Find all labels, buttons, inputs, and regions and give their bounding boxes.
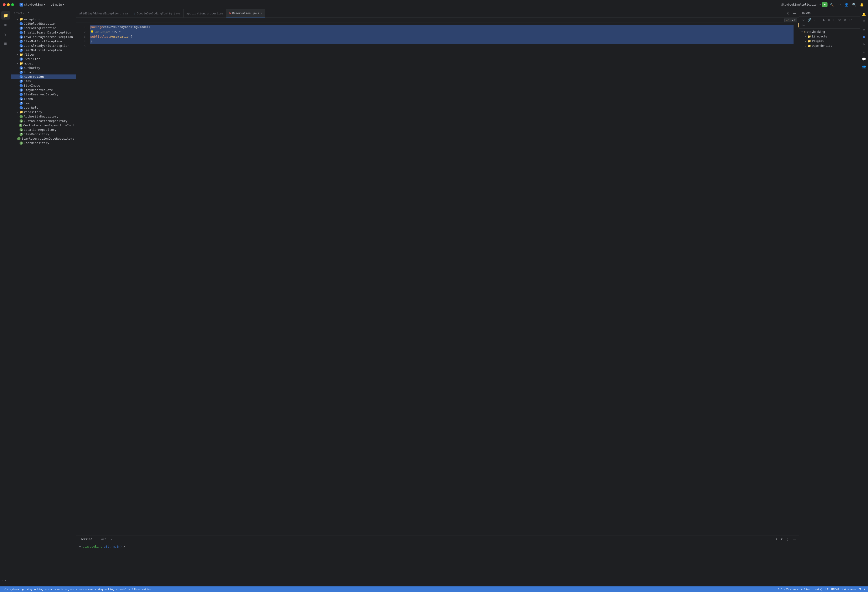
terminal-content[interactable]: + staybooking git:(main) ✕	[76, 543, 799, 586]
tree-interface-stayrepo[interactable]: I StayRepository	[11, 132, 76, 136]
terminal-dropdown-button[interactable]: ▾	[779, 537, 784, 542]
maven-item-lifecycle[interactable]: ▸ 📁 Lifecycle	[799, 34, 860, 39]
maven-undo-button[interactable]: ↩	[848, 18, 853, 22]
interface-icon: I	[19, 115, 23, 118]
activity-git[interactable]: ⊕	[1, 21, 10, 29]
right-icon-db[interactable]: 🗄	[861, 19, 867, 25]
warning-nav2[interactable]: ∨	[794, 19, 796, 22]
tree-class-gcsupload[interactable]: C GCSUploadException	[11, 21, 76, 26]
tree-folder-filter[interactable]: ▾ 📁 filter	[11, 52, 76, 57]
tree-class-jwtfilter[interactable]: C JwtFilter	[11, 57, 76, 61]
maven-download-button[interactable]: ↓	[813, 18, 816, 22]
activity-database[interactable]: ⊞	[1, 39, 10, 47]
tree-class-stayreserveddatekey[interactable]: C StayReservedDateKey	[11, 92, 76, 97]
right-icon-chat[interactable]: 💬	[861, 56, 867, 62]
terminal-more-button[interactable]: ⋮	[785, 537, 791, 542]
run-button[interactable]: ▶	[822, 2, 828, 7]
status-lineending[interactable]: LF	[825, 588, 828, 591]
maven-item-staybooking[interactable]: ▾ m staybooking	[799, 30, 860, 34]
tree-class-staynotexist[interactable]: C StayNotExistException	[11, 39, 76, 44]
maven-refresh-button[interactable]: ↻	[801, 18, 806, 22]
right-icon-active[interactable]: ●	[861, 34, 867, 40]
editor-content[interactable]: package com.eve.staybooking.model; 💡 no …	[87, 23, 796, 535]
close-button[interactable]	[3, 3, 6, 6]
tree-folder-repository[interactable]: ▾ 📁 repository	[11, 110, 76, 114]
tree-folder-model[interactable]: ▾ 📁 model	[11, 61, 76, 66]
tree-class-location[interactable]: C Location	[11, 70, 76, 74]
maven-copy-button[interactable]: ⧉	[827, 18, 831, 22]
tree-class-reservation[interactable]: C Reservation	[11, 74, 76, 79]
activity-more[interactable]: ···	[1, 576, 10, 585]
terminal-close-button[interactable]: —	[791, 537, 797, 542]
sidebar-dropdown[interactable]: ▾	[28, 11, 30, 14]
activity-branch[interactable]: ⑂	[1, 30, 10, 38]
maven-close-button[interactable]: ✕	[843, 18, 847, 22]
maven-add-button[interactable]: +	[818, 18, 821, 22]
maven-link-button[interactable]: 🔗	[807, 18, 812, 22]
maven-settings-button[interactable]: ⚙	[837, 18, 842, 22]
bottom-tab-terminal[interactable]: Terminal	[78, 537, 96, 542]
terminal-add-button[interactable]: +	[774, 537, 779, 542]
tab-googlegeocoding[interactable]: ☕ GoogleGeoCodingConfig.java	[131, 9, 184, 18]
tree-class-geocoding[interactable]: C GeoCodingException	[11, 26, 76, 30]
right-icon-refresh[interactable]: ↻	[861, 26, 867, 32]
warning-hint[interactable]: ⚠ 1 ▾ ∧ ∨	[784, 18, 797, 22]
bottom-tab-local[interactable]: Local ✕	[97, 537, 115, 542]
tree-class-token[interactable]: C Token	[11, 97, 76, 101]
tab-split-button[interactable]: ⧉	[786, 11, 791, 16]
warning-dropdown[interactable]: ▾	[790, 19, 792, 22]
tree-interface-stayreservationdaterepo[interactable]: I StayReservationDateRepository	[11, 136, 76, 141]
tree-class-useralreadyexist[interactable]: C UserAlreadyExistException	[11, 44, 76, 48]
tree-class-stayimage[interactable]: C StayImage	[11, 83, 76, 88]
tree-class-authority[interactable]: C Authority	[11, 66, 76, 70]
account-button[interactable]: 👤	[843, 2, 850, 7]
maven-run-button[interactable]: ▶	[822, 18, 826, 22]
status-vim[interactable]: V	[859, 588, 861, 591]
more-button[interactable]: ⋯	[836, 2, 842, 7]
maven-item-plugins[interactable]: ▸ 📁 Plugins	[799, 39, 860, 44]
maven-redo-button[interactable]: ↪	[801, 23, 806, 28]
tree-interface-locationrepo[interactable]: I LocationRepository	[11, 127, 76, 132]
tab-close-reservation[interactable]: ✕	[260, 12, 262, 15]
status-encoding[interactable]: UTF-8	[831, 588, 839, 591]
tree-folder-exception[interactable]: ▾ 📁 exception	[11, 17, 76, 21]
minimize-button[interactable]	[7, 3, 10, 6]
tree-interface-customlocationrepoimpl[interactable]: I CustomLocationRepositoryImpl	[11, 123, 76, 127]
build-button[interactable]: 🔨	[828, 2, 835, 7]
search-button[interactable]: 🔍	[851, 2, 858, 7]
tree-interface-userrepo[interactable]: I UserRepository	[11, 141, 76, 145]
class-icon: C	[19, 35, 23, 38]
maven-collapse-button[interactable]: ⊟	[832, 18, 836, 22]
tree-class-stay[interactable]: C Stay	[11, 79, 76, 83]
tree-class-invalidsearchdate[interactable]: C InvalidSearchDateException	[11, 30, 76, 35]
activity-project[interactable]: 📁	[1, 11, 10, 19]
tree-class-invalidstayaddress[interactable]: C InvalidStayAddressException	[11, 35, 76, 39]
maven-item-dependencies[interactable]: ▸ 📁 Dependencies	[799, 44, 860, 48]
tab-more-button[interactable]: ⋯	[792, 11, 797, 16]
maximize-button[interactable]	[11, 3, 14, 6]
tab-applicationprops[interactable]: application.properties	[184, 9, 226, 18]
right-icon-edit[interactable]: ✎	[861, 41, 867, 47]
tree-class-user[interactable]: C User	[11, 101, 76, 105]
status-spaces[interactable]: ⊟ 4 spaces	[842, 588, 856, 591]
tree-class-stayreserveddate[interactable]: C StayReservedDate	[11, 88, 76, 92]
right-icon-bookmark[interactable]: ☆	[861, 49, 867, 55]
right-icon-notifications[interactable]: 🔔	[861, 11, 867, 18]
tree-interface-authorityrepo[interactable]: I AuthorityRepository	[11, 114, 76, 119]
status-git-push[interactable]: ⬆	[864, 588, 865, 591]
tree-interface-customlocationrepo[interactable]: I CustomLocationRepository	[11, 119, 76, 123]
tab-validstayaddress[interactable]: alidStayAddressException.java	[76, 9, 131, 18]
status-git[interactable]: ⎇ staybooking	[3, 588, 24, 591]
tab-reservation[interactable]: ⚑ Reservation.java ✕	[226, 9, 265, 18]
tree-class-usernotexist[interactable]: C UserNotExistException	[11, 48, 76, 52]
status-position[interactable]: 1:1 (65 chars, 4 line breaks)	[778, 588, 823, 591]
right-icon-people[interactable]: 👥	[861, 63, 867, 70]
status-breadcrumb-status[interactable]: staybooking > src > main > java > com > …	[27, 588, 151, 591]
notification-button[interactable]: 🔔	[858, 2, 865, 7]
project-selector[interactable]: s staybooking ▾	[18, 2, 47, 7]
branch-selector[interactable]: ⎇ main ▾	[49, 2, 66, 7]
tree-class-userrole[interactable]: C UserRole	[11, 105, 76, 110]
warning-nav[interactable]: ∧	[792, 19, 794, 22]
bottom-tab-local-close[interactable]: ✕	[111, 538, 112, 541]
editor: 1 2 3 4 5 package com.eve.staybooking.mo…	[76, 23, 799, 535]
